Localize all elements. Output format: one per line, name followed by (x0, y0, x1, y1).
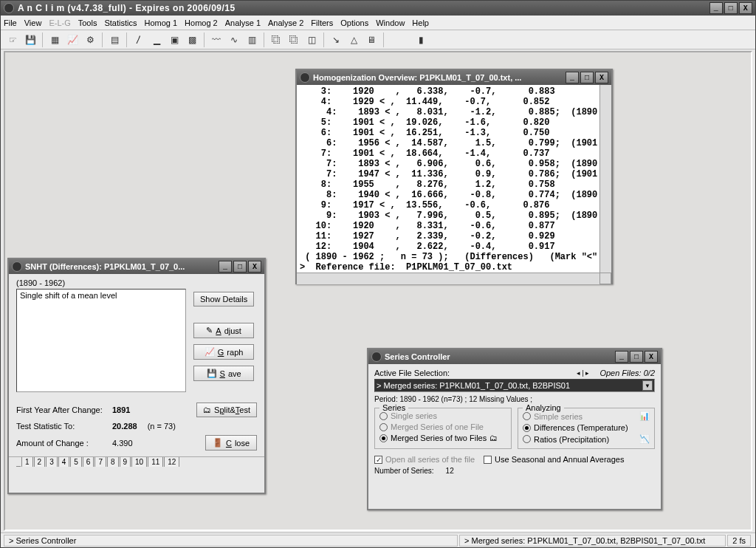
status-left: > Series Controller (4, 535, 458, 547)
tool-open[interactable]: ☞ (5, 32, 20, 47)
snht-tab-1[interactable]: 1 (21, 457, 33, 467)
tool-screen[interactable]: 🖥 (364, 32, 379, 47)
menu-statistics[interactable]: Statistics (104, 18, 137, 27)
tool-line[interactable]: 〳 (131, 32, 146, 47)
chevron-down-icon: ▼ (642, 380, 653, 391)
spin-buttons[interactable]: ◂ | ▸ (577, 369, 589, 377)
snht-tab-8[interactable]: 8 (107, 457, 119, 467)
tool-box2[interactable]: ▩ (185, 32, 199, 47)
snht-tab-6[interactable]: 6 (83, 457, 94, 467)
tool-grid[interactable]: ▦ (47, 32, 62, 47)
snht-icon (12, 261, 22, 272)
tool-marker[interactable]: ▮ (413, 32, 428, 47)
close-button[interactable]: X (739, 2, 752, 14)
app-icon (4, 3, 14, 13)
menu-analyse1[interactable]: Analyse 1 (225, 18, 261, 27)
snht-tab-9[interactable]: 9 (120, 457, 131, 467)
tool-config[interactable]: ⚙ (83, 32, 97, 47)
menu-filters[interactable]: Filters (311, 18, 333, 27)
radio-differences[interactable] (523, 424, 531, 432)
chk-seasonal[interactable] (484, 456, 492, 464)
toolbar: ☞ 💾 ▦ 📈 ⚙ ▤ 〳 ▁ ▣ ▩ 〰 ∿ ▥ ⿻ ⿻ ◫ ↘ △ 🖥 ▮ (1, 30, 755, 49)
tool-chart1[interactable]: 📈 (65, 32, 80, 47)
overview-close[interactable]: X (595, 72, 608, 83)
overview-maximize[interactable]: □ (580, 72, 594, 83)
controller-window: Series Controller _ □ X Active File Sele… (367, 348, 662, 510)
first-year-label: First Year After Change: (16, 405, 112, 414)
snht-tab-3[interactable]: 3 (46, 457, 58, 467)
ratio-icon[interactable]: 📉 (639, 434, 650, 444)
maximize-button[interactable]: □ (724, 2, 738, 14)
save-button[interactable]: 💾 Save (193, 366, 254, 381)
controller-titlebar: Series Controller _ □ X (368, 349, 661, 364)
tool-bar[interactable]: ▁ (149, 32, 164, 47)
tool-box1[interactable]: ▣ (167, 32, 182, 47)
menu-options[interactable]: Options (340, 18, 368, 27)
radio-single-series (379, 412, 388, 420)
split-test-button[interactable]: 🗂 Split&Test (196, 403, 257, 417)
close-snht-button[interactable]: 🚪 Close (205, 435, 257, 451)
overview-text[interactable]: 3: 1920 , 6.338, -0.7, 0.883 4: 1929 < ,… (297, 85, 599, 273)
menu-elg: E-L-G (49, 18, 70, 27)
snht-tab-4[interactable]: 4 (58, 457, 70, 467)
controller-title: Series Controller (385, 352, 450, 361)
snht-tab-11[interactable]: 11 (148, 457, 163, 467)
tool-wave2[interactable]: ∿ (227, 32, 241, 47)
overview-icon (300, 72, 310, 83)
snht-tabs: 123456789101112 (9, 456, 264, 467)
snht-list-item: Single shift of a mean level (20, 291, 117, 300)
tool-save[interactable]: 💾 (23, 32, 38, 47)
adjust-button[interactable]: ✎ Adjust (193, 323, 254, 338)
snht-tab-2[interactable]: 2 (34, 457, 46, 467)
menu-tools[interactable]: Tools (78, 18, 97, 27)
overview-scroll-h[interactable] (297, 273, 599, 284)
overview-window: Homogenization Overview: P1PKLM01_T_07_0… (295, 69, 613, 284)
radio-merged-two[interactable] (379, 434, 388, 442)
controller-close[interactable]: X (645, 351, 658, 363)
graph-button[interactable]: 📈 Graph (193, 344, 254, 360)
snht-tab-7[interactable]: 7 (94, 457, 106, 467)
tool-copy1[interactable]: ⿻ (269, 32, 284, 47)
overview-minimize[interactable]: _ (566, 72, 579, 83)
period-label: Period: 1890 - 1962 (n=73) ; 12 Missing … (374, 395, 655, 403)
snht-close[interactable]: X (248, 261, 261, 273)
series-combo[interactable]: > Merged series: P1PKLM01_T_07_00.txt, B… (374, 379, 655, 392)
radio-ratios[interactable] (523, 435, 531, 443)
tool-calc[interactable]: ▤ (107, 32, 122, 47)
analyzing-group-label: Analyzing (523, 403, 564, 412)
menu-homog2[interactable]: Homog 2 (185, 18, 218, 27)
test-stat-value: 20.288 (112, 422, 137, 431)
tool-peak[interactable]: △ (346, 32, 361, 47)
tool-copy2[interactable]: ⿻ (286, 32, 301, 47)
snht-tab-12[interactable]: 12 (164, 457, 179, 467)
status-far: 2 fs (727, 535, 751, 547)
num-series-value: 12 (446, 467, 454, 475)
overview-scroll-v[interactable] (599, 85, 611, 273)
menu-homog1[interactable]: Homog 1 (144, 18, 177, 27)
menu-file[interactable]: File (4, 18, 17, 27)
tool-chart2[interactable]: ◫ (304, 32, 319, 47)
snht-minimize[interactable]: _ (219, 261, 232, 273)
menu-analyse2[interactable]: Analyse 2 (268, 18, 303, 27)
files-icon[interactable]: 🗂 (489, 434, 498, 442)
radio-simple (523, 412, 531, 420)
minimize-button[interactable]: _ (709, 2, 723, 14)
menu-help[interactable]: Help (412, 18, 429, 27)
menubar: File View E-L-G Tools Statistics Homog 1… (1, 16, 755, 30)
amount-value: 4.390 (112, 439, 133, 448)
snht-tab-5[interactable]: 5 (70, 457, 82, 467)
chart-icon[interactable]: 📊 (639, 411, 650, 421)
menu-view[interactable]: View (24, 18, 42, 27)
chk-open-all-label: Open all series of the file (385, 455, 475, 464)
tool-measure[interactable]: ↘ (329, 32, 343, 47)
controller-minimize[interactable]: _ (615, 351, 628, 363)
snht-listbox[interactable]: Single shift of a mean level (16, 289, 186, 392)
controller-maximize[interactable]: □ (630, 351, 643, 363)
snht-tab-10[interactable]: 10 (131, 457, 147, 467)
snht-maximize[interactable]: □ (233, 261, 247, 273)
app-titlebar: A n C l i m (v4.7.38_full) - Expires on … (1, 1, 755, 16)
show-details-button[interactable]: Show Details (193, 292, 254, 306)
menu-window[interactable]: Window (376, 18, 405, 27)
tool-wave1[interactable]: 〰 (209, 32, 224, 47)
tool-grid2[interactable]: ▥ (244, 32, 259, 47)
